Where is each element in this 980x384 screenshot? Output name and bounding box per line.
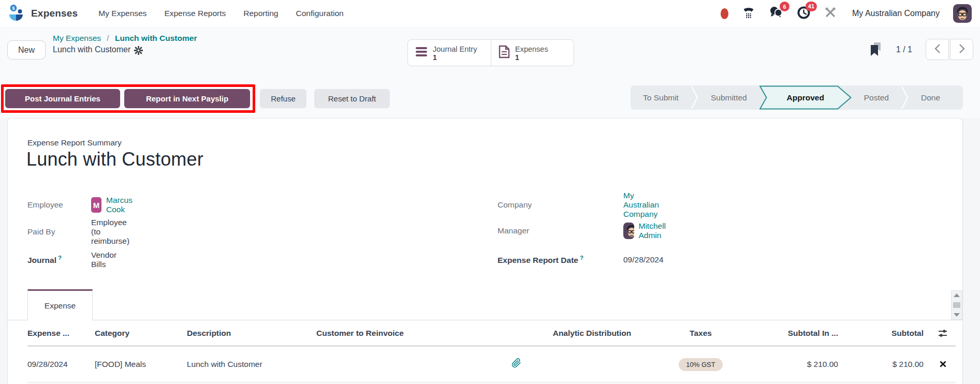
col-category[interactable]: Category — [95, 329, 187, 338]
status-active-label: Approved — [787, 93, 824, 102]
cell-description[interactable]: Lunch with Customer — [187, 360, 316, 369]
company-selector[interactable]: My Australian Company — [852, 9, 940, 18]
status-separator — [691, 85, 698, 110]
col-description[interactable]: Description — [187, 329, 316, 338]
expense-document-icon — [499, 45, 510, 61]
smart-button-count: 1 — [515, 53, 548, 62]
breadcrumb-current: Lunch with Customer — [115, 34, 197, 42]
bookmark-icon[interactable] — [869, 42, 883, 57]
report-in-next-payslip-button[interactable]: Report in Next Payslip — [124, 89, 250, 108]
pager-zone: 1 / 1 — [869, 39, 973, 60]
app-title: Expenses — [31, 8, 78, 19]
debug-tools-button[interactable] — [824, 6, 837, 21]
menu-reporting[interactable]: Reporting — [243, 9, 278, 18]
table-scrollbar[interactable] — [951, 290, 962, 320]
phone-button[interactable] — [742, 6, 755, 21]
employee-avatar: M — [91, 197, 101, 213]
cell-subtotal-in[interactable]: $ 210.00 — [807, 360, 844, 369]
post-journal-entries-button[interactable]: Post Journal Entries — [5, 89, 120, 108]
attachment-paperclip-icon[interactable] — [511, 358, 529, 370]
journal-entry-icon — [415, 46, 428, 60]
expense-report-date-help-icon[interactable]: ? — [580, 255, 583, 261]
messages-badge: 6 — [780, 2, 789, 11]
cell-expense-date[interactable]: 09/28/2024 — [27, 360, 95, 369]
expense-report-date-label: Expense Report Date — [498, 256, 578, 264]
journal-entry-smart-button[interactable]: Journal Entry 1 — [408, 40, 491, 66]
col-analytic[interactable]: Analytic Distribution — [553, 329, 632, 338]
activities-button[interactable]: 41 — [797, 6, 811, 22]
previous-record-button[interactable] — [926, 39, 949, 60]
status-step-done[interactable]: Done — [909, 85, 953, 110]
col-taxes[interactable]: Taxes — [690, 329, 712, 338]
new-button[interactable]: New — [7, 40, 46, 60]
control-panel: New My Expenses / Lunch with Customer Lu… — [0, 27, 980, 118]
company-label: Company — [498, 200, 623, 210]
reset-to-draft-button[interactable]: Reset to Draft — [314, 89, 390, 108]
tab-expense[interactable]: Expense — [27, 289, 93, 321]
table-header-row: Expense ... Category Description Custome… — [27, 320, 956, 346]
app-switcher[interactable]: $ Expenses — [7, 4, 78, 23]
breadcrumb-separator: / — [107, 34, 109, 42]
journal-help-icon[interactable]: ? — [58, 255, 62, 261]
col-subtotal-in[interactable]: Subtotal In ... — [788, 329, 844, 338]
expenses-app-icon: $ — [7, 4, 25, 23]
tax-badge[interactable]: 10% GST — [679, 358, 722, 371]
expense-lines-table: Expense ... Category Description Custome… — [27, 320, 956, 384]
company-value[interactable]: My Australian Company — [623, 191, 659, 219]
notebook-tabs: Expense — [8, 289, 962, 320]
smart-button-group: Journal Entry 1 Expenses 1 — [407, 39, 574, 66]
user-avatar[interactable] — [953, 4, 972, 23]
recording-indicator-icon — [721, 8, 728, 19]
expense-line-row[interactable]: 09/28/2024 [FOOD] Meals Lunch with Custo… — [27, 346, 956, 382]
chevron-right-icon — [959, 43, 965, 56]
expense-report-date-value[interactable]: 09/28/2024 — [623, 255, 664, 264]
menu-configuration[interactable]: Configuration — [296, 9, 344, 18]
phone-icon — [742, 6, 755, 21]
status-step-submitted[interactable]: Submitted — [698, 85, 759, 110]
paid-by-value[interactable]: Employee (to reimburse) — [91, 218, 129, 246]
record-title[interactable]: Lunch with Customer — [26, 149, 203, 170]
status-separator — [901, 85, 909, 110]
scroll-up-icon[interactable] — [954, 293, 960, 297]
statusbar: To Submit Submitted Approved Posted Done — [631, 85, 963, 110]
employee-value[interactable]: Marcus Cook — [106, 196, 138, 214]
scroll-thumb[interactable] — [953, 302, 960, 308]
breadcrumb: My Expenses / Lunch with Customer Lunch … — [53, 33, 197, 55]
next-record-button[interactable] — [950, 39, 973, 60]
col-subtotal[interactable]: Subtotal — [891, 329, 930, 338]
breadcrumb-parent-link[interactable]: My Expenses — [53, 34, 101, 42]
page: $ Expenses My Expenses Expense Reports R… — [0, 0, 980, 384]
form-sheet: Expense Report Summary Lunch with Custom… — [7, 118, 963, 384]
col-expense-date[interactable]: Expense ... — [27, 329, 95, 338]
pager-counter: 1 / 1 — [896, 45, 912, 54]
gear-icon[interactable] — [134, 46, 143, 55]
journal-value[interactable]: Vendor Bills — [91, 250, 116, 269]
tools-icon — [824, 6, 837, 21]
scroll-down-icon[interactable] — [954, 313, 960, 317]
activities-badge: 41 — [806, 2, 817, 11]
column-settings-icon[interactable] — [938, 329, 948, 338]
messages-button[interactable]: 6 — [769, 6, 783, 21]
col-customer[interactable]: Customer to Reinvoice — [316, 329, 529, 338]
cell-taxes[interactable]: 10% GST — [679, 360, 722, 369]
top-navbar: $ Expenses My Expenses Expense Reports R… — [0, 0, 980, 27]
manager-value[interactable]: Mitchell Admin — [639, 221, 672, 240]
delete-row-icon[interactable] — [940, 361, 946, 367]
status-step-posted[interactable]: Posted — [852, 85, 901, 110]
refuse-button[interactable]: Refuse — [260, 89, 306, 108]
summary-field-label: Expense Report Summary — [27, 138, 122, 147]
status-step-approved-active[interactable]: Approved — [759, 85, 852, 110]
cell-category[interactable]: [FOOD] Meals — [95, 360, 187, 369]
journal-label: Journal — [27, 256, 56, 264]
menu-my-expenses[interactable]: My Expenses — [98, 9, 147, 18]
manager-label: Manager — [498, 226, 623, 235]
status-step-to-submit[interactable]: To Submit — [631, 85, 691, 110]
smart-button-count: 1 — [433, 53, 477, 62]
employee-label: Employee — [27, 200, 91, 210]
menu-expense-reports[interactable]: Expense Reports — [164, 9, 226, 18]
chevron-left-icon — [934, 43, 941, 56]
cell-subtotal[interactable]: $ 210.00 — [893, 360, 930, 369]
record-subtitle: Lunch with Customer — [53, 44, 130, 55]
paid-by-label: Paid By — [27, 227, 91, 237]
expenses-smart-button[interactable]: Expenses 1 — [491, 40, 574, 66]
